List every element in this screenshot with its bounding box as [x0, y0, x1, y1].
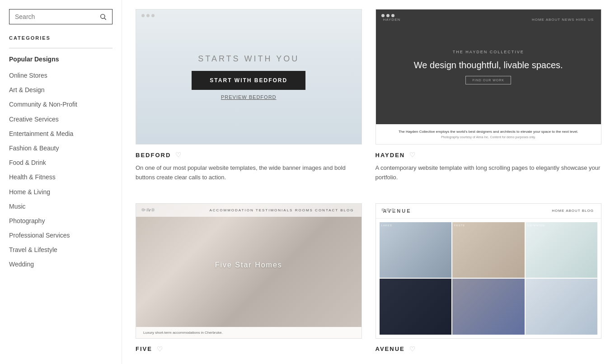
avenue-cell-5 — [452, 279, 525, 335]
dot-3 — [151, 14, 155, 17]
avenue-nav: AVENUE HOME ABOUT BLOG — [376, 204, 601, 219]
svg-point-0 — [101, 14, 105, 19]
sidebar-item-music[interactable]: Music — [9, 199, 113, 214]
five-preview[interactable]: FIVE ACCOMMODATION TESTIMONIALS ROOMS CO… — [136, 203, 362, 339]
hayden-subtitle: THE HAYDEN COLLECTIVE — [453, 50, 524, 54]
dot-1 — [141, 208, 145, 211]
sidebar: CATEGORIES Popular Designs Online Stores… — [0, 0, 122, 364]
bedford-title-text: STARTS WITH YOU — [198, 54, 299, 64]
sidebar-item-fashion-beauty[interactable]: Fashion & Beauty — [9, 141, 113, 155]
search-container — [9, 9, 113, 24]
hayden-bottom-title: The Hayden Collective employs the world'… — [383, 130, 594, 134]
svg-line-1 — [104, 18, 106, 20]
hayden-cta-button[interactable]: FIND OUR WORK — [465, 76, 511, 84]
five-footer: Luxury short-term accommodations in Cher… — [136, 327, 361, 338]
categories-divider — [9, 48, 113, 48]
avenue-cell-2: FESTE — [452, 222, 525, 278]
five-nav: FIVE ACCOMMODATION TESTIMONIALS ROOMS CO… — [136, 204, 361, 217]
dot-1 — [141, 14, 145, 17]
dot-2 — [146, 208, 150, 211]
sidebar-item-professional-services[interactable]: Professional Services — [9, 228, 113, 243]
avenue-nav-items: HOME ABOUT BLOG — [552, 209, 594, 213]
hayden-nav: HAYDEN HOME ABOUT NEWS HIRE US — [376, 14, 601, 25]
preview-dots-five — [141, 208, 155, 211]
hayden-top: THE HAYDEN COLLECTIVE We design thoughtf… — [376, 9, 601, 124]
avenue-template-name: AVENUE — [376, 345, 405, 352]
bedford-info: BEDFORD ♡ On one of our most popular web… — [136, 145, 362, 185]
avenue-info: AVENUE ♡ — [376, 339, 602, 360]
hayden-description: A contemporary website template with lon… — [376, 163, 602, 182]
hayden-bottom-sub: Photography courtesy of Alma Inc. Conten… — [383, 135, 594, 139]
sidebar-item-community-nonprofit[interactable]: Community & Non-Profit — [9, 97, 113, 112]
sidebar-item-creative-services[interactable]: Creative Services — [9, 112, 113, 126]
dot-3 — [391, 208, 394, 211]
avenue-cell-1: LAKES — [380, 222, 452, 278]
dot-2 — [146, 14, 150, 17]
dot-3 — [151, 208, 155, 211]
bedford-description: On one of our most popular website templ… — [136, 163, 362, 182]
sidebar-item-entertainment-media[interactable]: Entertainment & Media — [9, 126, 113, 141]
hayden-nav-links: HOME ABOUT NEWS HIRE US — [532, 18, 594, 22]
bedford-cta-button[interactable]: START WITH BEDFORD — [192, 71, 305, 90]
template-card-hayden: HAYDEN HOME ABOUT NEWS HIRE US THE HAYDE… — [376, 9, 602, 185]
sidebar-item-home-living[interactable]: Home & Living — [9, 185, 113, 199]
sidebar-item-art-design[interactable]: Art & Design — [9, 83, 113, 97]
bedford-preview[interactable]: STARTS WITH YOU START WITH BEDFORD PREVI… — [136, 9, 362, 145]
template-card-bedford: STARTS WITH YOU START WITH BEDFORD PREVI… — [136, 9, 362, 185]
hayden-main-text: We design thoughtful, livable spaces. — [414, 59, 563, 71]
hayden-nav-logo: HAYDEN — [383, 18, 401, 22]
hayden-bottom: The Hayden Collective employs the world'… — [376, 124, 601, 144]
avenue-name-row: AVENUE ♡ — [376, 345, 602, 353]
hayden-info: HAYDEN ♡ A contemporary website template… — [376, 145, 602, 185]
five-name-row: FIVE ♡ — [136, 345, 362, 353]
main-content: STARTS WITH YOU START WITH BEDFORD PREVI… — [122, 0, 615, 364]
sidebar-item-photography[interactable]: Photography — [9, 214, 113, 228]
avenue-cell-3-label: SWIMMING — [526, 222, 598, 229]
avenue-preview[interactable]: AVENUE HOME ABOUT BLOG LAKES FESTE SWIMM… — [376, 203, 602, 339]
avenue-cell-2-label: FESTE — [452, 222, 525, 229]
hayden-heart-icon[interactable]: ♡ — [409, 151, 415, 159]
avenue-cell-3: SWIMMING — [526, 222, 598, 278]
sidebar-item-wedding[interactable]: Wedding — [9, 257, 113, 271]
bedford-template-name: BEDFORD — [136, 152, 171, 159]
search-button[interactable] — [99, 13, 107, 20]
avenue-cell-4 — [380, 279, 452, 335]
bedford-heart-icon[interactable]: ♡ — [175, 151, 181, 159]
hayden-template-name: HAYDEN — [376, 152, 405, 159]
five-nav-items: ACCOMMODATION TESTIMONIALS ROOMS CONTACT… — [209, 208, 354, 212]
sidebar-item-online-stores[interactable]: Online Stores — [9, 68, 113, 83]
sidebar-item-health-fitness[interactable]: Health & Fitness — [9, 170, 113, 184]
avenue-cell-6 — [526, 279, 598, 335]
categories-label: CATEGORIES — [9, 35, 113, 41]
search-icon — [99, 13, 107, 20]
five-info: FIVE ♡ — [136, 339, 362, 360]
dot-1 — [381, 208, 385, 211]
hayden-preview[interactable]: HAYDEN HOME ABOUT NEWS HIRE US THE HAYDE… — [376, 9, 602, 145]
sidebar-item-food-drink[interactable]: Food & Drink — [9, 155, 113, 170]
dot-2 — [386, 208, 390, 211]
preview-dots-avenue — [381, 208, 394, 211]
preview-dots-bedford — [141, 14, 155, 17]
template-card-five: FIVE ACCOMMODATION TESTIMONIALS ROOMS CO… — [136, 203, 362, 360]
five-hero: Five Star Homes — [136, 204, 361, 327]
sidebar-items-list: Online Stores Art & Design Community & N… — [9, 68, 113, 272]
avenue-grid: LAKES FESTE SWIMMING — [376, 219, 601, 338]
five-heart-icon[interactable]: ♡ — [157, 345, 163, 353]
hayden-name-row: HAYDEN ♡ — [376, 151, 602, 159]
five-template-name: FIVE — [136, 345, 152, 352]
templates-grid: STARTS WITH YOU START WITH BEDFORD PREVI… — [136, 9, 601, 360]
sidebar-item-travel-lifestyle[interactable]: Travel & Lifestyle — [9, 243, 113, 257]
bedford-preview-link[interactable]: PREVIEW BEDFORD — [221, 94, 277, 100]
avenue-cell-1-label: LAKES — [380, 222, 452, 229]
search-input[interactable] — [15, 13, 99, 20]
template-card-avenue: AVENUE HOME ABOUT BLOG LAKES FESTE SWIMM… — [376, 203, 602, 360]
avenue-heart-icon[interactable]: ♡ — [409, 345, 415, 353]
sidebar-section-popular: Popular Designs — [9, 56, 113, 63]
five-hero-text: Five Star Homes — [215, 261, 282, 269]
bedford-inner: STARTS WITH YOU START WITH BEDFORD PREVI… — [192, 54, 305, 100]
bedford-name-row: BEDFORD ♡ — [136, 151, 362, 159]
